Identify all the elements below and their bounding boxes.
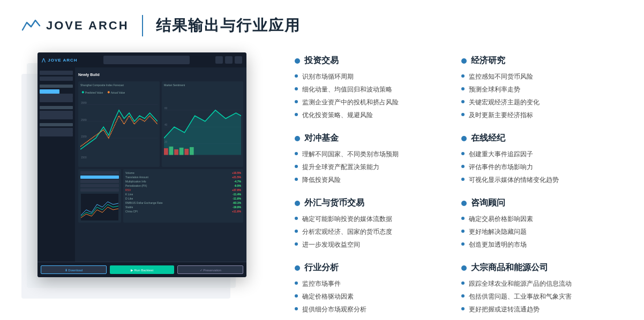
header: JOVE ARCH 结果输出与行业应用 [0, 0, 644, 47]
list-item: 优化投资策略、规避风险 [295, 110, 451, 120]
list-item: 降低投资风险 [295, 175, 451, 185]
svg-rect-21 [184, 149, 189, 155]
svg-rect-22 [190, 147, 194, 155]
item-dot [461, 217, 465, 220]
list-item: 监控感知不同货币风险 [461, 72, 617, 81]
svg-text:1589: 1589 [81, 135, 87, 138]
sidebar-group-3 [40, 123, 73, 136]
item-dot [295, 217, 298, 220]
item-dot [295, 230, 298, 233]
item-dot [461, 230, 465, 233]
category-hedge: 对冲基金 理解不同国家、不同类别市场预期 提升全球资产配置决策能力 降低投资风险 [289, 133, 456, 197]
category-items-economic: 监控感知不同货币风险 预测全球利率走势 关键宏观经济主题的变化 及时更新主要经济… [461, 72, 617, 120]
category-title-investment: 投资交易 [295, 55, 451, 66]
sidebar-group-title-1 [40, 85, 73, 88]
panel-left [78, 169, 121, 223]
item-dot [461, 242, 465, 246]
dash-body: Newly Build Shanghai Composite Index For… [38, 67, 246, 277]
dash-header: ⋀ JOVE ARCH [38, 52, 246, 67]
list-item: 更好把握或逆转流通趋势 [461, 304, 617, 314]
category-commodities: 大宗商品和能源公司 跟踪全球农业和能源产品的信息流动 包括供需问题、工业事故和气… [456, 262, 623, 320]
logo-icon [21, 18, 41, 33]
list-item: 分析宏观经济、国家的货币态度 [295, 227, 451, 237]
dash-charts-row: Shanghai Composite Index Forecast [78, 81, 243, 167]
chart-box-right: Market Sentiment [162, 81, 243, 167]
category-economic: 经济研究 监控感知不同货币风险 预测全球利率走势 关键宏观经济主题的变化 及时 [456, 55, 623, 133]
sidebar-item-4 [40, 98, 73, 102]
category-online-broker: 在线经纪 创建重大事件追踪因子 评估事件的市场影响力 可视化显示媒体的情绪变化趋… [456, 133, 623, 197]
category-title-hedge: 对冲基金 [295, 133, 451, 144]
item-dot [461, 178, 465, 181]
dash-bottom-bar: ⬇ Download ▶ Run Backtest ✓ Preservation [75, 262, 246, 277]
category-industry: 行业分析 监控市场事件 确定价格驱动因素 提供细分市场观察分析 [289, 262, 456, 320]
btn-run[interactable]: ▶ Run Backtest [110, 265, 175, 274]
categories-area: 投资交易 识别市场循环周期 细化动量、均值回归和波动策略 监测企业资产中的投机和… [289, 52, 623, 320]
svg-text:3589: 3589 [81, 101, 87, 104]
btn-preserve[interactable]: ✓ Preservation [177, 265, 243, 274]
svg-rect-17 [164, 148, 168, 155]
svg-text:Actual Value: Actual Value [111, 91, 125, 94]
item-dot [295, 307, 298, 310]
logo-text: JOVE ARCH [46, 19, 129, 33]
list-item: 确定可能影响投资的媒体流数据 [295, 214, 451, 224]
sidebar-group-1 [40, 85, 73, 102]
item-dot [295, 87, 298, 90]
item-dot [295, 281, 298, 285]
dash-panel-row: Volume +10.5% Translation Amount +21.5% … [78, 169, 243, 223]
dash-search [103, 56, 190, 64]
list-item: 监控市场事件 [295, 279, 451, 288]
sidebar-item-8 [40, 132, 73, 136]
data-row-trans: Translation Amount +21.5% [125, 176, 241, 179]
item-dot [295, 100, 298, 103]
data-row-cpi: China CPI +11.6% [125, 210, 241, 213]
list-item: 识别市场循环周期 [295, 72, 451, 81]
cat-dot-hedge [295, 136, 300, 141]
svg-text:20: 20 [164, 140, 168, 143]
category-title-industry: 行业分析 [295, 262, 451, 273]
data-row-stable: Stable -19.9% [125, 205, 241, 209]
list-item: 确定交易价格影响因素 [461, 214, 617, 224]
svg-text:60: 60 [164, 106, 168, 110]
cat-dot-industry [295, 265, 300, 271]
list-item: 包括供需问题、工业事故和气象灾害 [461, 292, 617, 301]
svg-point-4 [82, 91, 84, 93]
item-dot [295, 113, 298, 116]
category-items-commodities: 跟踪全球农业和能源产品的信息流动 包括供需问题、工业事故和气象灾害 更好把握或逆… [461, 279, 617, 314]
chart-box-left: Shanghai Composite Index Forecast [78, 81, 160, 167]
data-row-mult: Multiplication Info -4.7% [125, 180, 241, 183]
page-title: 结果输出与行业应用 [156, 16, 301, 36]
category-items-consulting: 确定交易价格影响因素 更好地解决隐藏问题 创造更加透明的市场 [461, 214, 617, 249]
btn-download[interactable]: ⬇ Download [75, 265, 107, 274]
chart-svg-right: 60 40 20 [164, 88, 241, 161]
category-title-online-broker: 在线经纪 [461, 133, 617, 144]
logo-area: JOVE ARCH [21, 18, 129, 33]
mini-chart-svg [80, 194, 119, 220]
cat-dot-investment [295, 58, 300, 64]
category-title-forex: 外汇与货币交易 [295, 197, 451, 209]
header-divider [142, 15, 143, 36]
main-content: ⋀ JOVE ARCH [0, 52, 644, 320]
cat-dot-commodities [461, 265, 467, 271]
panel-row-2 [80, 176, 119, 179]
list-item: 跟踪全球农业和能源产品的信息流动 [461, 279, 617, 288]
data-row-volume: Volume +10.5% [125, 171, 241, 174]
list-item: 预测全球利率走势 [461, 85, 617, 94]
item-dot [295, 294, 298, 298]
list-item: 创建重大事件追踪因子 [461, 149, 617, 159]
category-items-investment: 识别市场循环周期 细化动量、均值回归和波动策略 监测企业资产中的投机和挤占风险 … [295, 72, 451, 120]
cat-dot-forex [295, 201, 300, 206]
dash-icon-3 [235, 56, 242, 64]
svg-point-6 [108, 91, 110, 93]
data-row-rsv: RSV +37.8% [125, 188, 241, 192]
list-item: 及时更新主要经济指标 [461, 110, 617, 120]
panel-row-3 [80, 180, 119, 183]
list-item: 创造更加透明的市场 [461, 240, 617, 249]
sidebar-item-5 [40, 111, 73, 115]
sidebar-group-title-3 [40, 123, 73, 126]
list-item: 更好地解决隐藏问题 [461, 227, 617, 237]
cat-dot-consulting [461, 201, 467, 206]
category-forex: 外汇与货币交易 确定可能影响投资的媒体流数据 分析宏观经济、国家的货币态度 进一… [289, 197, 456, 262]
list-item: 进一步发现收益空间 [295, 240, 451, 249]
dash-icon-1 [215, 56, 223, 64]
list-item: 确定价格驱动因素 [295, 292, 451, 301]
